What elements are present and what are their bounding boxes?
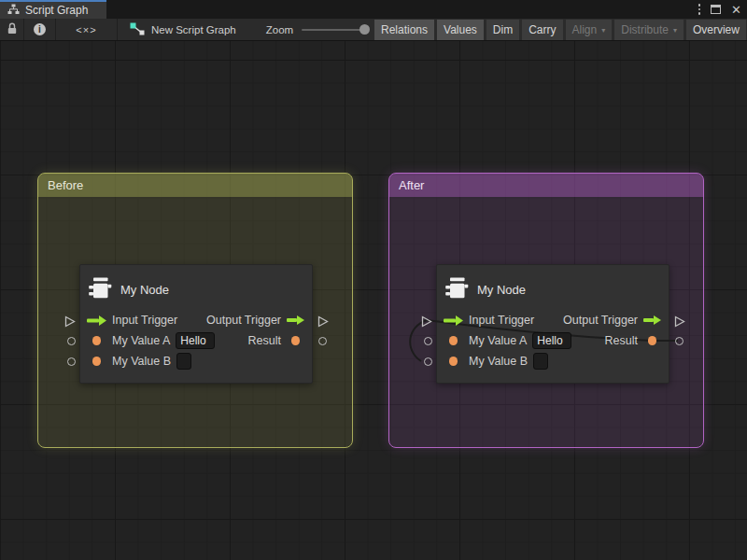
graph-asset[interactable]: New Script Graph — [120, 22, 246, 37]
value-a-label: My Value A — [469, 334, 527, 347]
result-label: Result — [248, 334, 281, 347]
relations-toggle[interactable]: Relations — [374, 20, 434, 40]
toolbar-buttons: Relations Values Dim Carry Align ▾ Distr… — [374, 20, 747, 40]
node-title: My Node — [120, 283, 169, 297]
node-row-value-b: My Value B — [437, 351, 669, 371]
node-row-value-a: My Value A Result — [437, 330, 669, 351]
value-b-label: My Value B — [469, 355, 528, 368]
code-view-button[interactable]: <×> — [56, 19, 118, 40]
result-outer-port[interactable] — [675, 337, 684, 345]
tab-bar: Script Graph ✕ — [0, 0, 747, 19]
value-b-label: My Value B — [112, 355, 171, 368]
tab-title: Script Graph — [25, 4, 88, 17]
output-trigger-outer-port[interactable] — [317, 315, 329, 331]
value-b-outer-port[interactable] — [67, 357, 76, 366]
input-trigger-icon[interactable] — [444, 315, 463, 326]
node-my-node-before[interactable]: My Node Input Trigger Output Trigger — [79, 264, 313, 384]
graph-asset-icon — [130, 22, 145, 37]
values-toggle[interactable]: Values — [437, 20, 484, 40]
input-trigger-icon[interactable] — [87, 315, 106, 326]
input-trigger-outer-port[interactable] — [421, 315, 432, 331]
value-a-port-icon[interactable] — [87, 336, 106, 345]
value-a-outer-port[interactable] — [424, 337, 432, 345]
value-b-port-icon[interactable] — [87, 357, 106, 366]
value-a-input[interactable] — [532, 332, 571, 349]
input-trigger-outer-port[interactable] — [64, 315, 76, 331]
node-header: My Node — [437, 265, 669, 310]
value-a-input[interactable] — [176, 332, 215, 349]
graph-toolbar: i <×> New Script Graph Zoom 1x Relations — [0, 19, 747, 41]
group-before-label: Before — [48, 178, 83, 192]
node-my-node-after[interactable]: My Node Input Trigger Output Trigger — [436, 264, 669, 384]
overview-button[interactable]: Overview — [686, 20, 746, 40]
output-trigger-label: Output Trigger — [563, 314, 638, 327]
value-b-input[interactable] — [176, 353, 191, 370]
zoom-slider[interactable] — [302, 29, 367, 31]
result-outer-port[interactable] — [318, 337, 327, 345]
graph-canvas[interactable]: Before After My Node — [0, 41, 747, 560]
distribute-dropdown[interactable]: Distribute ▾ — [614, 20, 684, 40]
value-b-input[interactable] — [533, 353, 548, 370]
value-a-port-icon[interactable] — [444, 336, 463, 345]
code-view-icon: <×> — [76, 24, 96, 35]
input-trigger-label: Input Trigger — [112, 314, 177, 327]
zoom-control: Zoom 1x — [266, 24, 388, 35]
result-label: Result — [605, 334, 638, 347]
script-graph-window: Script Graph ✕ i <×> — [0, 0, 747, 560]
unit-icon — [87, 275, 112, 304]
lock-button[interactable] — [0, 19, 24, 40]
info-icon: i — [34, 23, 46, 35]
group-after-label: After — [399, 178, 424, 192]
more-menu-icon[interactable] — [698, 4, 701, 15]
node-header: My Node — [80, 265, 312, 310]
value-a-outer-port[interactable] — [67, 337, 76, 345]
dim-toggle[interactable]: Dim — [486, 20, 519, 40]
output-trigger-outer-port[interactable] — [674, 315, 685, 331]
close-icon[interactable]: ✕ — [731, 4, 741, 16]
maximize-icon[interactable] — [711, 5, 721, 14]
align-dropdown[interactable]: Align ▾ — [566, 20, 613, 40]
group-after-header[interactable]: After — [389, 174, 703, 197]
chevron-down-icon: ▾ — [601, 26, 605, 35]
input-trigger-label: Input Trigger — [469, 314, 534, 327]
node-row-triggers: Input Trigger Output Trigger — [80, 310, 312, 330]
node-title: My Node — [477, 283, 526, 297]
node-row-value-a: My Value A Result — [80, 330, 312, 351]
result-port-icon[interactable] — [287, 336, 304, 345]
window-controls: ✕ — [698, 0, 741, 19]
output-trigger-icon[interactable] — [643, 315, 661, 325]
info-button[interactable]: i — [24, 19, 56, 40]
lock-icon — [7, 22, 18, 36]
graph-asset-name: New Script Graph — [151, 24, 236, 35]
chevron-down-icon: ▾ — [673, 26, 677, 35]
zoom-slider-handle[interactable] — [359, 24, 370, 35]
tab-script-graph[interactable]: Script Graph — [0, 0, 106, 19]
script-graph-icon — [7, 4, 20, 18]
unit-icon — [444, 275, 469, 304]
node-row-triggers: Input Trigger Output Trigger — [437, 310, 669, 330]
output-trigger-icon[interactable] — [287, 315, 304, 325]
output-trigger-label: Output Trigger — [206, 314, 281, 327]
value-b-port-icon[interactable] — [444, 357, 463, 366]
group-before-header[interactable]: Before — [38, 174, 352, 197]
value-a-label: My Value A — [112, 334, 170, 347]
zoom-label: Zoom — [266, 24, 293, 35]
carry-toggle[interactable]: Carry — [522, 20, 562, 40]
node-row-value-b: My Value B — [80, 351, 312, 371]
result-port-icon[interactable] — [643, 336, 661, 345]
value-b-outer-port[interactable] — [424, 357, 432, 366]
